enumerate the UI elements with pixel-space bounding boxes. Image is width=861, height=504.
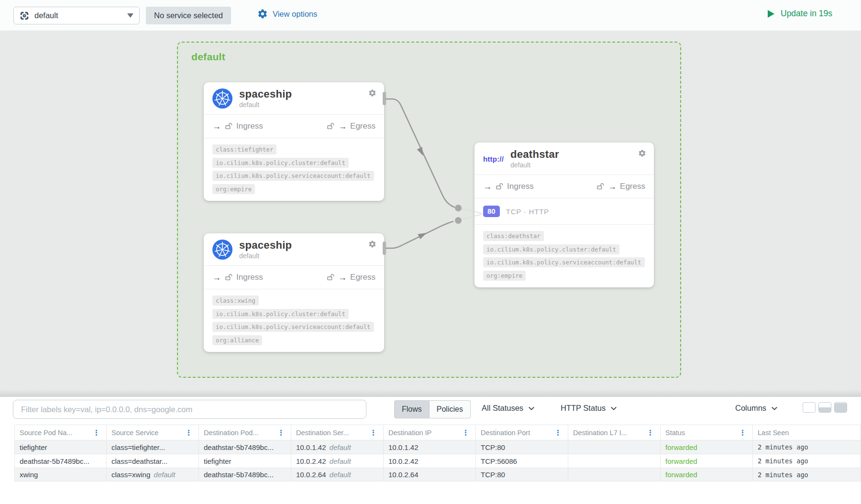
service-title: spaceship	[239, 88, 292, 100]
service-namespace: default	[510, 161, 559, 169]
label-chip: io.cilium.k8s.policy.cluster:default	[212, 158, 349, 168]
unlock-icon	[326, 122, 335, 131]
service-map: default	[0, 31, 861, 397]
egress-label: Egress	[620, 181, 645, 192]
column-menu-icon[interactable]: ⋮	[368, 428, 378, 437]
cell-last-seen: 2 minutes ago	[753, 440, 861, 454]
cell-dest-service: 10.0.1.42default	[291, 440, 384, 454]
chevron-down-icon	[610, 405, 618, 412]
flow-row[interactable]: tiefighter class=tiefighter... deathstar…	[14, 440, 861, 454]
label-chip: org:alliance	[212, 335, 262, 345]
label-chip: class:xwing	[212, 296, 259, 306]
panel-tabs: Flows Policies	[394, 400, 471, 418]
egress-policy[interactable]: → Egress	[326, 121, 375, 132]
label-chip: org:empire	[212, 184, 255, 194]
column-menu-icon[interactable]: ⋮	[645, 428, 655, 437]
ingress-policy[interactable]: → Ingress	[483, 181, 534, 192]
cell-dest-service: 10.0.2.42default	[291, 454, 384, 468]
gear-icon[interactable]	[368, 240, 376, 248]
play-icon	[768, 10, 774, 18]
policy-row: → Ingress → Egress	[204, 114, 384, 138]
column-menu-icon[interactable]: ⋮	[553, 428, 563, 437]
service-card-spaceship-tiefighter[interactable]: spaceship default → Ingress	[204, 82, 384, 201]
service-card-spaceship-xwing[interactable]: spaceship default → Ingress	[204, 233, 384, 352]
cell-status: forwarded	[661, 440, 753, 454]
label-chip: io.cilium.k8s.policy.serviceaccount:defa…	[212, 171, 374, 181]
column-header-last-seen[interactable]: Last Seen	[753, 425, 861, 440]
labels-section: class:tiefighter io.cilium.k8s.policy.cl…	[204, 138, 384, 201]
service-title: deathstar	[510, 149, 559, 160]
status-filter-value: All Statuses	[482, 404, 523, 413]
column-header-dest-service[interactable]: Destination Ser...⋮	[291, 425, 384, 440]
ingress-policy[interactable]: → Ingress	[212, 272, 263, 283]
kubernetes-icon	[212, 240, 232, 260]
view-options-button[interactable]: View options	[257, 9, 317, 19]
card-header: http:// deathstar default	[475, 142, 654, 175]
gear-icon[interactable]	[638, 149, 646, 157]
namespace-select[interactable]: default	[13, 7, 140, 24]
connection-port	[383, 92, 386, 105]
service-namespace: default	[239, 101, 292, 109]
tab-flows[interactable]: Flows	[394, 400, 430, 418]
cell-source-service: class=tiefighter...	[107, 440, 199, 454]
service-card-deathstar[interactable]: http:// deathstar default → Ingress	[475, 142, 654, 287]
column-menu-icon[interactable]: ⋮	[461, 428, 471, 437]
column-menu-icon[interactable]: ⋮	[184, 428, 194, 437]
update-status[interactable]: Update in 19s	[768, 9, 832, 19]
tab-policies[interactable]: Policies	[430, 400, 471, 418]
column-menu-icon[interactable]: ⋮	[738, 428, 748, 437]
egress-label: Egress	[350, 272, 375, 283]
label-chip: io.cilium.k8s.policy.cluster:default	[483, 244, 619, 254]
gear-icon[interactable]	[368, 89, 376, 97]
labels-section: class:xwing io.cilium.k8s.policy.cluster…	[204, 289, 384, 352]
panel-size-large-button[interactable]	[834, 402, 847, 413]
column-header-dest-ip[interactable]: Destination IP⋮	[384, 425, 476, 440]
cell-dest-l7	[568, 468, 661, 481]
flow-row[interactable]: deathstar-5b7489bc... class=deathstar...…	[14, 454, 861, 468]
cell-dest-pod: tiefighter	[199, 454, 291, 468]
column-menu-icon[interactable]: ⋮	[276, 428, 286, 437]
column-header-status[interactable]: Status⋮	[661, 425, 753, 440]
cell-dest-pod: deathstar-5b7489bc...	[199, 440, 291, 454]
top-bar: default No service selected View options…	[0, 0, 861, 31]
column-header-dest-l7[interactable]: Destination L7 I...⋮	[568, 425, 661, 440]
cell-last-seen: 2 minutes ago	[753, 454, 861, 468]
arrow-right-icon: →	[608, 182, 617, 191]
chevron-down-icon	[528, 405, 535, 412]
cell-source-pod: tiefighter	[14, 440, 107, 454]
cell-dest-pod: deathstar-5b7489bc...	[199, 468, 291, 481]
flows-table: Source Pod Na...⋮ Source Service⋮ Destin…	[14, 425, 861, 482]
port-row[interactable]: 80 TCP · HTTP	[475, 198, 654, 225]
http-status-dropdown[interactable]: HTTP Status	[561, 404, 618, 413]
labels-section: class:deathstar io.cilium.k8s.policy.clu…	[475, 225, 654, 287]
column-header-dest-pod[interactable]: Destination Pod...⋮	[199, 425, 291, 440]
service-namespace: default	[239, 252, 292, 260]
view-options-label: View options	[273, 10, 317, 19]
arrow-right-icon: →	[483, 182, 492, 191]
flow-filter-input[interactable]	[13, 400, 366, 419]
column-header-source-pod[interactable]: Source Pod Na...⋮	[14, 425, 107, 440]
cell-dest-l7	[568, 440, 661, 454]
ingress-policy[interactable]: → Ingress	[212, 121, 263, 132]
ingress-label: Ingress	[236, 121, 263, 132]
status-filter-dropdown[interactable]: All Statuses	[482, 404, 535, 413]
panel-size-toggles	[803, 402, 847, 413]
column-header-source-service[interactable]: Source Service⋮	[107, 425, 199, 440]
policy-row: → Ingress → Egress	[475, 175, 654, 198]
update-status-label: Update in 19s	[781, 9, 832, 19]
unlock-icon	[326, 273, 335, 282]
port-protocol: TCP · HTTP	[506, 208, 549, 216]
unlock-icon	[596, 182, 605, 191]
column-menu-icon[interactable]: ⋮	[91, 428, 101, 437]
egress-policy[interactable]: → Egress	[326, 272, 375, 283]
panel-size-medium-button[interactable]	[818, 402, 831, 413]
egress-policy[interactable]: → Egress	[596, 181, 645, 192]
flow-row[interactable]: xwing class=xwingdefault deathstar-5b748…	[14, 468, 861, 482]
hubble-ui: default No service selected View options…	[0, 0, 861, 504]
label-chip: io.cilium.k8s.policy.serviceaccount:defa…	[212, 322, 374, 332]
column-header-dest-port[interactable]: Destination Port⋮	[476, 425, 568, 440]
panel-size-small-button[interactable]	[803, 402, 816, 413]
unlock-icon	[495, 182, 504, 191]
columns-dropdown[interactable]: Columns	[735, 404, 778, 413]
gear-icon	[257, 9, 268, 19]
